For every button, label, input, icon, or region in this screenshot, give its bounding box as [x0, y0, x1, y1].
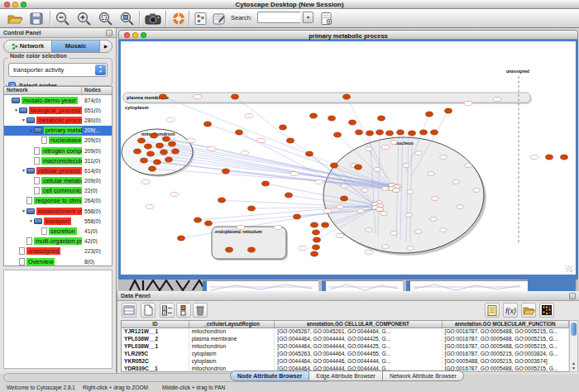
save-session-icon[interactable]: [28, 11, 45, 26]
table-column-header[interactable]: annotation.GO MOLECULAR_FUNCTION: [443, 321, 569, 327]
node-color-dropdown[interactable]: transporter activity ▲▼: [8, 63, 108, 77]
tree-row[interactable]: nucleobase-209(0): [4, 136, 112, 146]
tree-expander-icon[interactable]: ▼: [13, 108, 19, 112]
column-toggle-icon[interactable]: [176, 303, 191, 318]
background-window-fragment[interactable]: [203, 280, 318, 291]
tree-row[interactable]: response to stimulu264(0): [4, 196, 112, 206]
matrix-view-icon[interactable]: [539, 303, 554, 318]
search-config-icon[interactable]: [318, 11, 335, 26]
dropdown-stepper-icon: ▲▼: [95, 65, 106, 75]
tree-row[interactable]: ▼metabolic process280(0): [4, 115, 112, 125]
select-attributes-icon[interactable]: [122, 303, 136, 318]
tree-row[interactable]: unassigned223(0): [4, 246, 112, 256]
tree-node-count: 311(0): [82, 158, 112, 164]
tree-row[interactable]: multi-organism pro42(0): [4, 237, 112, 246]
annotation-pad-icon[interactable]: [211, 11, 227, 26]
table-scrollbar[interactable]: ▲▼: [569, 320, 578, 372]
new-attribute-icon[interactable]: [141, 303, 156, 318]
tree-row[interactable]: ▼establishment of lo558(0): [4, 206, 112, 216]
import-attributes-icon[interactable]: [521, 303, 536, 318]
tree-row[interactable]: ▼primary metabo209(...: [4, 126, 112, 136]
tab-network-attribute-browser[interactable]: Network Attribute Browser: [383, 370, 464, 381]
delete-attribute-icon[interactable]: [193, 303, 208, 318]
table-row[interactable]: YPL036W__2plasma membrane[GO:0044464, GO…: [122, 336, 569, 343]
table-column-header[interactable]: annotation.GO CELLULAR_COMPONENT: [275, 321, 442, 327]
tree-row[interactable]: cellular metabol209(0): [4, 176, 112, 186]
zoom-selected-icon[interactable]: [98, 11, 114, 26]
folder-icon: [34, 218, 42, 224]
folder-icon: [26, 117, 35, 123]
tree-row[interactable]: ▼transport558(0): [4, 216, 112, 226]
table-cell: [GO:0016787, GO:0005488, GO:0005215, G..…: [443, 336, 569, 343]
background-window-fragment[interactable]: [406, 280, 528, 291]
table-cell: [GO:0016787, GO:0005488, GO:0005215, G..…: [443, 343, 569, 351]
table-column-header[interactable]: _cellularLayoutRegion: [189, 321, 275, 327]
tab-mosaic[interactable]: Mosaic: [51, 41, 100, 52]
tab-node-attribute-browser[interactable]: Node Attribute Browser: [230, 370, 309, 381]
network-canvas[interactable]: plasma membranecytoplasmnucleusmitochond…: [121, 41, 576, 275]
zoom-in-icon[interactable]: [76, 11, 93, 26]
tree-row[interactable]: mosaic-demo-yeast874(0): [4, 95, 112, 105]
search-dropdown-icon[interactable]: ▾: [303, 12, 313, 23]
table-cell: mitochondrion: [189, 328, 275, 336]
attribute-table-header[interactable]: ID_cellularLayoutRegionannotation.GO CEL…: [122, 321, 569, 328]
attribute-checklist-icon[interactable]: [160, 303, 175, 318]
snapshot-camera-icon[interactable]: [144, 11, 160, 26]
tree-expander-icon[interactable]: ▼: [28, 128, 34, 133]
float-panel-icon[interactable]: [106, 30, 112, 36]
app-titlebar[interactable]: Cytoscape Desktop (New Session): [0, 0, 579, 9]
tree-expander-icon[interactable]: ▼: [21, 168, 26, 173]
toolbar-separator: [139, 11, 140, 26]
tree-row[interactable]: ▼biological_process651(0): [4, 105, 112, 115]
tree-node-label: unassigned: [26, 247, 60, 255]
scrollbar-thumb[interactable]: [571, 323, 577, 336]
background-window-fragment[interactable]: [322, 280, 403, 291]
network-view-window: primary metabolic process plasma membran…: [118, 30, 578, 280]
tree-row[interactable]: ▼cellular process614(0): [4, 165, 112, 175]
tree-expander-icon[interactable]: ▼: [21, 117, 26, 122]
table-column-header[interactable]: ID: [122, 321, 189, 327]
tab-edge-attribute-browser[interactable]: Edge Attribute Browser: [309, 370, 383, 381]
tree-node-count: 209(0): [82, 178, 112, 184]
function-builder-icon[interactable]: f(x): [503, 303, 518, 318]
tree-node-count: 264(0): [82, 198, 112, 203]
search-input[interactable]: [257, 12, 300, 23]
float-panel-icon[interactable]: [569, 293, 576, 299]
tabs-overflow-icon[interactable]: ▶: [100, 41, 112, 52]
notes-icon[interactable]: [485, 303, 500, 318]
tree-row[interactable]: cell communicat22(0): [4, 186, 112, 196]
network-window-titlebar[interactable]: primary metabolic process: [118, 30, 578, 40]
table-row[interactable]: YPL036W__1mitochondrion[GO:0044464, GO:0…: [122, 343, 569, 351]
table-cell: YJR121W__1: [122, 328, 189, 336]
zoom-out-icon[interactable]: [55, 11, 71, 26]
zoom-fit-icon[interactable]: [119, 11, 136, 26]
toolbar-separator: [165, 11, 166, 26]
tree-expander-icon[interactable]: ▼: [21, 208, 26, 213]
tree-node-label: secretion: [49, 227, 77, 235]
scrollbar-arrows-icon[interactable]: ▲▼: [570, 361, 577, 370]
tree-header-network[interactable]: Network: [4, 87, 82, 94]
tree-node-label: Overview: [26, 258, 55, 265]
tree-header[interactable]: Network Nodes: [4, 87, 112, 95]
tree-row[interactable]: nitrogen compo209(0): [4, 146, 112, 155]
data-panel: Data Panel f(x) ID_cellularLayoutRegiona…: [117, 291, 579, 374]
file-icon: [26, 197, 32, 204]
table-row[interactable]: YKR052Ccytoplasm[GO:0044464, GO:0044446,…: [122, 358, 569, 366]
window-resize-grip[interactable]: [566, 265, 572, 272]
help-lifering-icon[interactable]: [170, 11, 187, 26]
table-row[interactable]: YLR295Ccytoplasm[GO:0045263, GO:0044464,…: [122, 351, 569, 358]
vizmapper-icon[interactable]: [193, 11, 209, 26]
tab-network[interactable]: Network: [4, 41, 51, 52]
table-row[interactable]: YJR121W__1mitochondrion[GO:0045267, GO:0…: [122, 328, 569, 336]
tree-row[interactable]: macromolecule311(0): [4, 155, 112, 165]
file-icon: [34, 177, 40, 184]
tree-header-nodes[interactable]: Nodes: [82, 87, 112, 94]
control-panel-title: Control Panel: [3, 30, 41, 36]
tree-node-count: 614(0): [82, 168, 112, 174]
tree-row[interactable]: secretion41(0): [4, 226, 112, 236]
tree-expander-icon[interactable]: ▼: [28, 218, 34, 223]
tree-row[interactable]: Overview8(0): [4, 256, 112, 266]
network-canvas-svg[interactable]: plasma membranecytoplasmnucleusmitochond…: [121, 41, 576, 275]
folder-icon: [26, 208, 35, 214]
open-session-icon[interactable]: [7, 11, 23, 26]
